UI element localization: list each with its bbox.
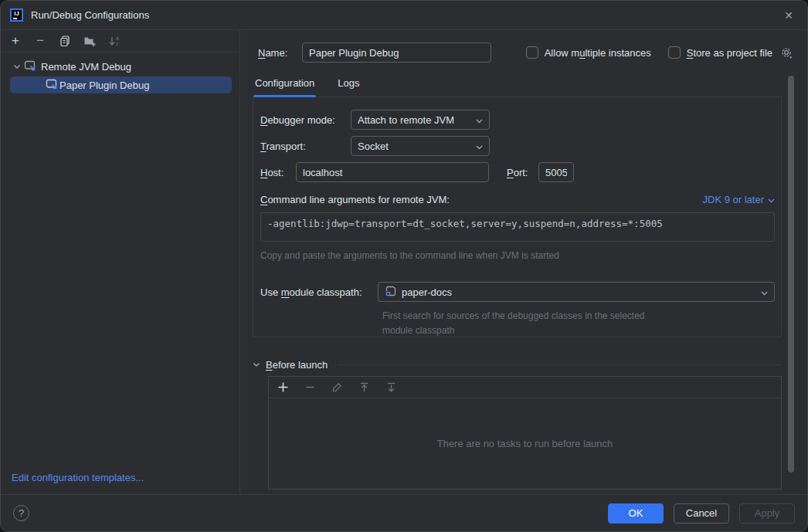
before-launch-toolbar [269, 377, 781, 398]
configurations-sidebar: + − az [1, 30, 240, 494]
debugger-mode-select[interactable]: Attach to remote JVM [351, 110, 490, 130]
dialog-footer: ? OK Cancel Apply [1, 494, 807, 531]
chevron-down-icon [476, 114, 483, 126]
vertical-scrollbar[interactable] [788, 76, 794, 473]
tab-logs[interactable]: Logs [336, 77, 361, 97]
module-classpath-row: Use module classpath: paper-docs [260, 282, 775, 302]
tab-configuration[interactable]: Configuration [253, 77, 316, 97]
editor-tabs: Configuration Logs [253, 77, 782, 97]
jdk-version-select[interactable]: JDK 9 or later [703, 194, 775, 205]
chevron-down-icon [761, 286, 768, 298]
sidebar-toolbar: + − az [1, 30, 239, 53]
move-task-down-icon[interactable] [384, 381, 398, 395]
configuration-editor: Name: Allow multiple instances Store as … [240, 30, 807, 494]
transport-select[interactable]: Socket [351, 136, 490, 156]
before-launch-label: Before launch [266, 359, 328, 371]
move-task-up-icon[interactable] [357, 381, 371, 395]
remote-debug-icon [24, 59, 36, 74]
dialog-title: Run/Debug Configurations [31, 9, 149, 21]
name-input[interactable] [302, 42, 491, 63]
copy-configuration-icon[interactable] [58, 34, 72, 48]
title-bar: IJ Run/Debug Configurations ✕ [1, 1, 807, 30]
tree-item-label: Paper Plugin Debug [59, 80, 149, 91]
host-label: Host: [260, 167, 296, 178]
add-task-icon[interactable] [276, 381, 290, 395]
before-launch-tasks-panel: There are no tasks to run before launch [268, 376, 782, 490]
module-icon [385, 285, 397, 300]
store-as-project-file-checkbox[interactable] [668, 46, 681, 59]
new-folder-icon[interactable] [83, 34, 97, 48]
store-as-project-file-option[interactable]: Store as project file [668, 46, 772, 59]
tree-group-remote-jvm-debug[interactable]: Remote JVM Debug [1, 58, 239, 75]
port-input[interactable] [538, 162, 574, 182]
before-launch-header[interactable]: Before launch [253, 359, 782, 371]
sort-configurations-icon[interactable]: az [107, 34, 121, 48]
add-configuration-icon[interactable]: + [8, 34, 22, 48]
transport-row: Transport: Socket [260, 136, 775, 156]
cmdline-label-row: Command line arguments for remote JVM: J… [260, 194, 775, 205]
transport-label: Transport: [260, 141, 351, 152]
host-port-row: Host: Port: [260, 162, 775, 182]
chevron-down-icon[interactable] [253, 362, 260, 368]
svg-text:a: a [116, 36, 119, 41]
cmdline-hint: Copy and paste the arguments to the comm… [260, 250, 775, 261]
before-launch-empty-text: There are no tasks to run before launch [269, 398, 781, 489]
remove-configuration-icon[interactable]: − [33, 34, 47, 48]
cancel-button[interactable]: Cancel [674, 503, 729, 524]
module-classpath-label: Use module classpath: [260, 286, 378, 298]
apply-button: Apply [739, 503, 795, 524]
port-label: Port: [507, 167, 538, 178]
debugger-mode-label: Debugger mode: [260, 114, 351, 126]
ok-button[interactable]: OK [608, 503, 664, 524]
intellij-logo-icon: IJ [10, 8, 23, 22]
edit-configuration-templates-link[interactable]: Edit configuration templates... [1, 463, 239, 494]
remote-debug-icon [46, 78, 58, 93]
remove-task-icon[interactable] [303, 381, 317, 395]
host-input[interactable] [296, 162, 489, 182]
chevron-down-icon [476, 141, 483, 152]
store-as-project-file-label: Store as project file [687, 47, 772, 59]
module-classpath-hint: First search for sources of the debugged… [382, 309, 775, 337]
cmdline-arguments-input[interactable]: -agentlib:jdwp=transport=dt_socket,serve… [260, 212, 775, 242]
run-debug-configurations-dialog: IJ Run/Debug Configurations ✕ + − az [0, 0, 808, 532]
tree-item-paper-plugin-debug[interactable]: Paper Plugin Debug [10, 76, 232, 93]
store-settings-gear-icon[interactable] [780, 46, 793, 59]
help-icon[interactable]: ? [13, 505, 29, 521]
allow-multiple-instances-label: Allow multiple instances [545, 47, 651, 59]
svg-text:z: z [116, 41, 118, 46]
edit-task-icon[interactable] [330, 381, 344, 395]
tree-group-label: Remote JVM Debug [41, 61, 131, 73]
chevron-down-icon[interactable] [13, 64, 21, 69]
close-icon[interactable]: ✕ [781, 8, 796, 23]
allow-multiple-instances-checkbox[interactable] [526, 46, 538, 59]
chevron-down-icon [768, 194, 775, 205]
section-divider [338, 364, 782, 365]
cmdline-arguments-label: Command line arguments for remote JVM: [260, 194, 450, 205]
name-label: Name: [258, 47, 292, 59]
allow-multiple-instances-option[interactable]: Allow multiple instances [526, 46, 651, 59]
configuration-tab-panel: Debugger mode: Attach to remote JVM Tran… [253, 97, 782, 337]
name-row: Name: Allow multiple instances Store as … [258, 42, 793, 63]
module-classpath-select[interactable]: paper-docs [378, 282, 775, 302]
configurations-tree: Remote JVM Debug Paper Plugin Debug [1, 53, 239, 463]
debugger-mode-row: Debugger mode: Attach to remote JVM [260, 110, 775, 130]
